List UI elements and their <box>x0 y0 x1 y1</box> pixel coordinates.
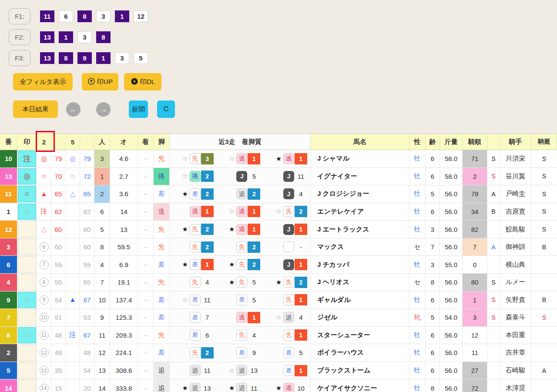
run-style-chip: 追 <box>236 383 247 392</box>
filter-chip[interactable]: 3 <box>96 10 111 22</box>
carried-weight: 56.0 <box>440 221 463 238</box>
refresh-button[interactable] <box>157 101 175 118</box>
mark-upload-label: 印UP <box>97 78 113 86</box>
mark-cell[interactable] <box>17 379 37 392</box>
newspaper-button[interactable]: 新聞 <box>129 101 148 118</box>
mark-cell[interactable]: ☆ <box>17 203 37 221</box>
star-outline-icon: ☆ <box>275 208 282 215</box>
leg-style: 差 <box>154 309 170 326</box>
mark-cell[interactable] <box>17 238 37 256</box>
run-style-chip: 差 <box>190 312 201 323</box>
run-entry: 先2 <box>170 238 217 256</box>
filter-row-label[interactable]: F1: <box>9 8 30 24</box>
header-col-popularity[interactable]: 人 <box>94 134 110 150</box>
rating5-score: 72 <box>80 168 94 185</box>
mark-cell[interactable] <box>17 344 37 362</box>
mark-cell[interactable]: ○ <box>17 185 37 203</box>
header-col-horse-name[interactable]: 馬名 <box>311 134 409 150</box>
rating5-score: 53 <box>80 309 94 326</box>
header-col-stable[interactable]: 騎厩 <box>531 134 557 150</box>
run-finish: 11 <box>295 171 307 182</box>
stable-flag: S <box>531 150 557 168</box>
header-col-jockey-order[interactable]: 騎順 <box>463 134 487 150</box>
horse-number: 6 <box>0 256 17 273</box>
header-col-mark[interactable]: 印 <box>17 134 37 150</box>
prev-button[interactable]: ← <box>66 102 81 117</box>
header-col-last3runs[interactable]: 近3走 着脚質 <box>170 134 311 150</box>
run-entry: ☆差11 <box>170 291 217 309</box>
carried-weight: 56.0 <box>440 238 463 256</box>
jockey-order: 1 <box>463 291 487 309</box>
filter-chip[interactable]: 5 <box>134 52 148 64</box>
mark-cell[interactable] <box>17 309 37 326</box>
header-col-odds[interactable]: オ <box>110 134 138 150</box>
mark-cell[interactable]: ☆ <box>17 327 37 344</box>
mark-download-button[interactable]: 印DL <box>124 73 161 90</box>
header-col-jockey[interactable]: 騎手 <box>500 134 531 150</box>
filter-chip[interactable]: 1 <box>96 52 111 64</box>
today-results-button[interactable]: 本日結果 <box>13 101 58 118</box>
mark-upload-button[interactable]: 印UP <box>82 73 118 90</box>
table-row: 71051539125.3-差差7逃1☆追4ジゼル牝554.03S森泰斗S <box>0 309 557 327</box>
filter-chip[interactable]: 1 <box>115 10 129 22</box>
mark-cell[interactable] <box>17 256 37 273</box>
filter-chip[interactable]: 12 <box>134 10 148 22</box>
run-entry: 差7 <box>170 309 217 326</box>
header-col-legstyle[interactable]: 脚 <box>154 134 170 150</box>
filter-chip[interactable]: 13 <box>40 52 54 64</box>
rating2-score: 60 <box>51 238 66 256</box>
filter-chip[interactable]: 3 <box>115 52 129 64</box>
filter-chip[interactable]: 1 <box>59 31 73 43</box>
last3runs: ★追13★追11★逃10 <box>170 379 311 392</box>
mark-cell[interactable] <box>17 362 37 379</box>
mark-cell[interactable]: 注 <box>17 150 37 168</box>
header-col-rating5-mark[interactable]: 5 <box>66 134 80 150</box>
run-entry: 先2 <box>170 344 217 362</box>
mark-cell[interactable] <box>17 274 37 291</box>
rating2-score: 54 <box>51 291 66 309</box>
filter-chip[interactable]: 9 <box>77 52 92 64</box>
horse-name: イグナイター <box>311 168 409 185</box>
run-entry: ★先5 <box>217 274 264 291</box>
filter-chip[interactable]: 13 <box>40 31 54 43</box>
horse-name: J シャマル <box>311 150 409 168</box>
filter-row-label[interactable]: F2: <box>9 29 30 45</box>
rating2-score: 79 <box>51 150 66 168</box>
finish: - <box>138 203 154 221</box>
mark-cell[interactable]: ☆ <box>17 291 37 309</box>
filter-chip[interactable]: 8 <box>77 10 92 22</box>
header-col-sex[interactable]: 性 <box>409 134 426 150</box>
run-entry: 差5 <box>263 344 310 362</box>
rank-mark: ▲ <box>69 296 76 303</box>
last3runs: ★先2★逃1J1 <box>170 221 311 238</box>
header-col-sab[interactable] <box>487 134 500 150</box>
last3runs: 逃1☆逃1☆先2 <box>170 203 311 221</box>
table-row: 67555546.9-差★差1★先2J1J チカッパ牡355.00横山典 <box>0 256 557 274</box>
header-col-weight[interactable]: 斤量 <box>440 134 463 150</box>
filter-chip[interactable]: 8 <box>96 31 111 43</box>
run-entry: ☆追13 <box>217 362 264 379</box>
run-entry: J4 <box>263 185 310 203</box>
star-outline-icon: ☆ <box>228 367 235 375</box>
mark-cell[interactable] <box>17 221 37 238</box>
filter-row-label[interactable]: F3: <box>9 50 30 66</box>
horse-number: 12 <box>0 221 17 238</box>
filter-chip[interactable]: 3 <box>77 31 92 43</box>
sab-flag <box>487 379 500 392</box>
run-finish: 5 <box>295 347 307 358</box>
header-col-finish[interactable]: 着 <box>138 134 154 150</box>
mark-cell[interactable]: ◎ <box>17 168 37 185</box>
next-button[interactable]: → <box>96 102 111 117</box>
header-col-rating5-score[interactable] <box>80 134 94 150</box>
show-all-filters-button[interactable]: 全フィルタ表示 <box>13 73 73 90</box>
header-col-age[interactable]: 齢 <box>426 134 440 150</box>
filter-chip[interactable]: 8 <box>59 52 73 64</box>
run-style-chip: 先 <box>236 277 247 288</box>
run-entry: ☆追4 <box>263 309 310 326</box>
stable-flag <box>531 379 557 392</box>
header-col-number[interactable]: 番 <box>0 134 17 150</box>
filter-chip[interactable]: 6 <box>59 10 73 22</box>
mark-value <box>18 380 36 392</box>
odds: 59.5 <box>110 238 138 256</box>
filter-chip[interactable]: 11 <box>40 10 54 22</box>
